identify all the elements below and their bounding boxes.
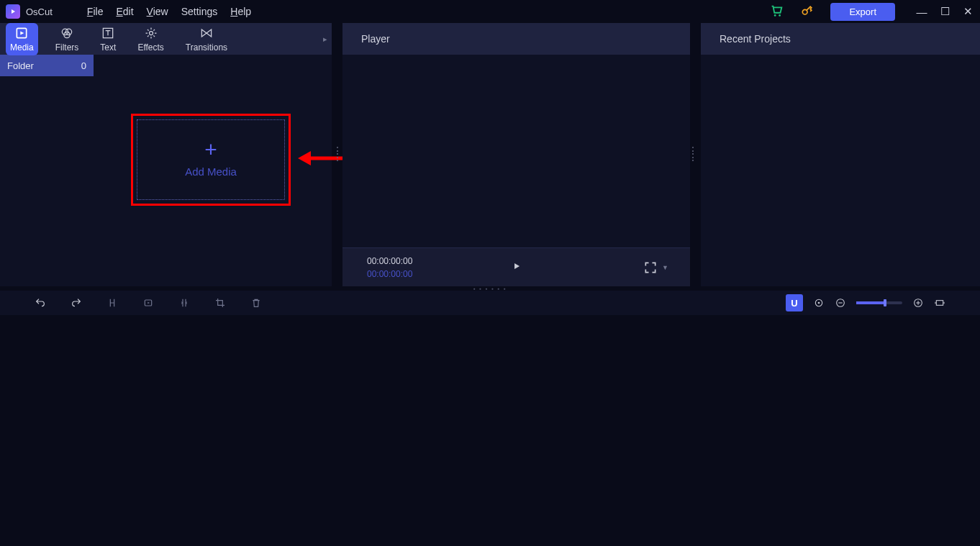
zoom-slider[interactable] bbox=[856, 301, 902, 304]
recent-projects-panel: Recent Projects bbox=[701, 23, 980, 286]
svg-marker-5 bbox=[21, 31, 24, 35]
svg-rect-23 bbox=[936, 301, 943, 306]
window-maximize-icon[interactable]: ☐ bbox=[938, 5, 951, 18]
tab-effects-label: Effects bbox=[137, 42, 163, 53]
menu-bar: File Edit View Settings Help bbox=[87, 6, 251, 17]
svg-marker-15 bbox=[148, 302, 150, 304]
title-bar: OsCut File Edit View Settings Help Expor… bbox=[0, 0, 980, 23]
timeline-area[interactable] bbox=[0, 315, 980, 546]
menu-help[interactable]: Help bbox=[230, 6, 251, 17]
menu-settings[interactable]: Settings bbox=[181, 6, 218, 17]
marker-button[interactable] bbox=[142, 297, 154, 309]
window-close-icon[interactable]: ✕ bbox=[961, 5, 974, 18]
add-media-button[interactable]: + Add Media bbox=[137, 119, 285, 200]
effects-icon bbox=[144, 26, 158, 40]
recent-projects-body bbox=[701, 55, 980, 286]
delete-button[interactable] bbox=[250, 297, 262, 309]
folder-label: Folder bbox=[7, 60, 34, 71]
svg-marker-12 bbox=[298, 151, 311, 165]
trim-button[interactable] bbox=[178, 297, 190, 309]
tab-filters[interactable]: Filters bbox=[51, 23, 83, 55]
player-controls: 00:00:00:00 00:00:00:00 ▼ bbox=[342, 247, 690, 286]
panel-resize-handle-right[interactable] bbox=[692, 147, 696, 161]
svg-point-2 bbox=[779, 14, 781, 17]
tab-transitions[interactable]: Transitions bbox=[181, 23, 232, 55]
filters-icon bbox=[60, 26, 74, 40]
folder-item[interactable]: Folder 0 bbox=[0, 55, 94, 76]
fullscreen-button[interactable]: ▼ bbox=[643, 260, 668, 275]
player-time-total: 00:00:00:00 bbox=[367, 269, 412, 279]
tab-media[interactable]: Media bbox=[6, 23, 38, 55]
settings-icon[interactable] bbox=[813, 297, 825, 309]
timeline-toolbar: U bbox=[0, 291, 980, 315]
player-viewport bbox=[342, 55, 690, 247]
svg-point-1 bbox=[774, 14, 776, 17]
zoom-out-button[interactable] bbox=[835, 297, 846, 309]
tab-text[interactable]: Text bbox=[96, 23, 120, 55]
transitions-icon bbox=[199, 26, 214, 40]
menu-edit[interactable]: Edit bbox=[116, 6, 133, 17]
player-panel: Player 00:00:00:00 00:00:00:00 ▼ bbox=[342, 23, 690, 286]
redo-button[interactable] bbox=[71, 297, 82, 309]
undo-button[interactable] bbox=[35, 297, 46, 309]
cart-icon[interactable] bbox=[768, 3, 784, 21]
svg-point-3 bbox=[803, 9, 808, 14]
add-media-label: Add Media bbox=[185, 165, 237, 178]
plus-icon: + bbox=[204, 142, 217, 157]
tool-tabs: Media Filters Text Effects Transitions ▸ bbox=[0, 23, 332, 55]
play-button[interactable] bbox=[512, 261, 522, 273]
text-icon bbox=[101, 26, 115, 40]
snap-toggle[interactable]: U bbox=[786, 294, 803, 311]
export-button[interactable]: Export bbox=[830, 3, 895, 21]
zoom-in-button[interactable] bbox=[912, 297, 924, 309]
play-icon bbox=[512, 261, 522, 271]
folder-sidebar: Folder 0 bbox=[0, 55, 94, 286]
media-area: + Add Media bbox=[94, 55, 332, 286]
key-icon[interactable] bbox=[800, 4, 815, 20]
add-media-highlight: + Add Media bbox=[131, 114, 291, 206]
crop-button[interactable] bbox=[214, 297, 226, 309]
chevron-down-icon: ▼ bbox=[662, 264, 668, 271]
tab-effects[interactable]: Effects bbox=[133, 23, 168, 55]
recent-projects-header: Recent Projects bbox=[701, 23, 980, 55]
tab-text-label: Text bbox=[100, 42, 116, 53]
svg-point-17 bbox=[818, 302, 820, 304]
zoom-fit-button[interactable] bbox=[934, 297, 945, 309]
app-title: OsCut bbox=[26, 6, 53, 17]
app-logo bbox=[6, 4, 20, 19]
fullscreen-icon bbox=[643, 260, 658, 275]
folder-count: 0 bbox=[81, 60, 86, 71]
svg-marker-13 bbox=[514, 263, 520, 269]
menu-view[interactable]: View bbox=[147, 6, 168, 17]
tab-filters-label: Filters bbox=[55, 42, 79, 53]
player-time-current: 00:00:00:00 bbox=[367, 256, 412, 266]
panel-resize-handle-left[interactable] bbox=[337, 147, 340, 161]
media-icon bbox=[14, 26, 29, 40]
tab-media-label: Media bbox=[10, 42, 34, 53]
split-button[interactable] bbox=[106, 297, 118, 309]
svg-marker-0 bbox=[12, 9, 15, 14]
menu-file[interactable]: File bbox=[87, 6, 104, 17]
window-minimize-icon[interactable]: — bbox=[915, 6, 928, 18]
svg-point-10 bbox=[149, 31, 153, 35]
tab-transitions-label: Transitions bbox=[186, 42, 227, 53]
media-panel: Media Filters Text Effects Transitions ▸ bbox=[0, 23, 332, 286]
player-header: Player bbox=[342, 23, 690, 55]
expand-tabs-icon[interactable]: ▸ bbox=[323, 35, 327, 44]
